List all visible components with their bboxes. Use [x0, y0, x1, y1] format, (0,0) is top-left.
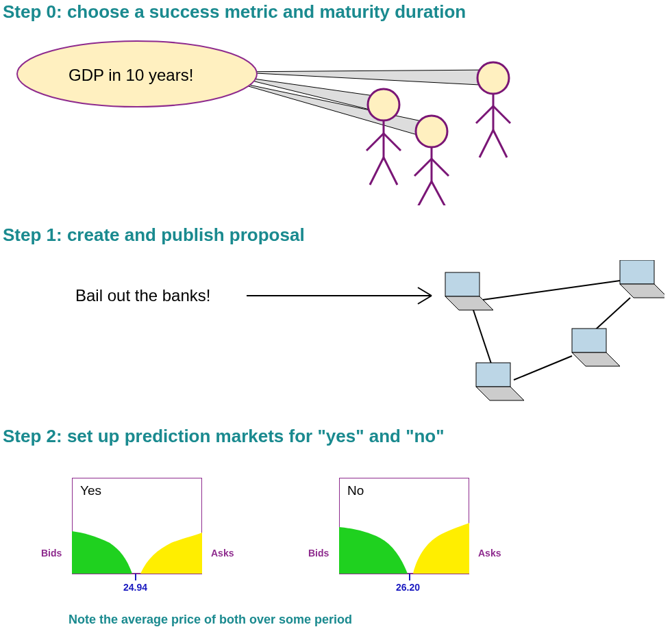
svg-line-8 [384, 133, 401, 151]
step1-illustration [240, 260, 664, 418]
svg-line-27 [514, 356, 572, 380]
svg-rect-32 [572, 329, 606, 353]
svg-line-20 [493, 106, 510, 123]
svg-line-5 [370, 157, 384, 185]
metric-bubble-text: GDP in 10 years! [69, 66, 193, 85]
no-asks-label: Asks [478, 548, 501, 559]
svg-line-24 [473, 281, 620, 301]
laptop-icon [620, 260, 664, 298]
svg-line-11 [418, 181, 432, 205]
svg-point-9 [416, 116, 447, 147]
svg-line-14 [432, 159, 449, 176]
laptop-icon [445, 272, 493, 310]
laptop-icon [476, 363, 524, 400]
yes-asks-label: Asks [211, 548, 234, 559]
svg-line-18 [493, 130, 507, 157]
yes-chart-title: Yes [80, 483, 101, 498]
person-icon [366, 89, 401, 185]
svg-line-19 [476, 106, 493, 123]
person-icon [476, 62, 510, 157]
svg-line-25 [473, 308, 493, 370]
svg-line-17 [480, 130, 493, 157]
laptop-icon [572, 329, 620, 366]
svg-rect-30 [620, 260, 654, 284]
svg-marker-29 [445, 296, 493, 310]
svg-marker-35 [476, 387, 524, 400]
svg-line-23 [418, 296, 432, 304]
no-chart-title: No [347, 483, 364, 498]
step2-note: Note the average price of both over some… [69, 613, 352, 627]
svg-marker-33 [572, 353, 620, 366]
step0-illustration [0, 27, 548, 205]
svg-line-22 [418, 287, 432, 296]
svg-point-3 [368, 89, 399, 120]
svg-rect-28 [445, 272, 480, 296]
svg-line-6 [384, 157, 397, 185]
person-icon [414, 116, 449, 205]
step0-heading: Step 0: choose a success metric and matu… [3, 1, 466, 23]
yes-bids-label: Bids [41, 548, 62, 559]
yes-price: 24.94 [123, 582, 147, 593]
svg-rect-34 [476, 363, 510, 387]
no-bids-label: Bids [308, 548, 329, 559]
svg-marker-31 [620, 284, 664, 298]
svg-line-12 [432, 181, 445, 205]
svg-line-13 [414, 159, 432, 176]
svg-point-15 [477, 62, 509, 94]
step1-heading: Step 1: create and publish proposal [3, 225, 305, 246]
step2-heading: Step 2: set up prediction markets for "y… [3, 426, 445, 447]
no-price: 26.20 [396, 582, 420, 593]
svg-line-7 [366, 133, 384, 151]
proposal-text: Bail out the banks! [75, 286, 210, 305]
